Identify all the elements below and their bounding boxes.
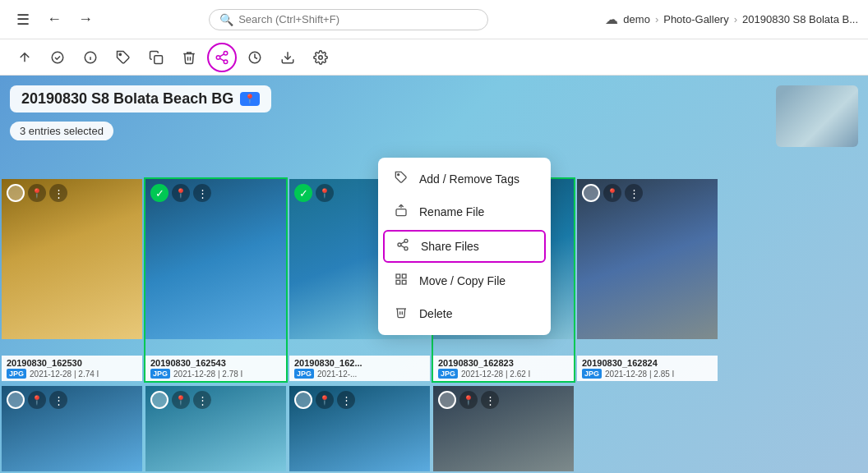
history-button[interactable] (240, 43, 270, 72)
svg-rect-26 (402, 280, 406, 284)
thumb-1-more[interactable]: ⋮ (49, 184, 67, 202)
thumb-2-meta: JPG 2021-12-28 | 2.78 I (150, 369, 281, 379)
thumb-2-checkbox[interactable]: ✓ (150, 184, 169, 202)
svg-rect-27 (396, 280, 400, 284)
thumb-2-type: JPG (150, 369, 170, 379)
corner-thumb-image (776, 85, 858, 147)
r2-thumb-1-checkbox[interactable] (7, 391, 25, 409)
thumb-cell-5[interactable]: 📍 ⋮ 20190830_162824 JPG 2021-12-28 | 2.8… (575, 177, 719, 383)
share-menu-icon (395, 238, 411, 255)
copy-button[interactable] (141, 43, 171, 72)
thumb-3-name: 20190830_162... (294, 358, 425, 368)
nav-bar: ☰ ← → 🔍 ☁ demo › Photo-Gallery › 2019083… (0, 0, 868, 39)
info-button[interactable] (76, 43, 105, 72)
r2-thumb-3-location[interactable]: 📍 (316, 391, 334, 409)
breadcrumb-album[interactable]: 20190830 S8 Bolata B... (742, 13, 858, 25)
r2-thumb-2-more[interactable]: ⋮ (193, 391, 211, 409)
menu-item-share-files[interactable]: Share Files (383, 230, 546, 263)
delete-button[interactable] (174, 43, 204, 72)
thumb-2-location[interactable]: 📍 (172, 184, 190, 202)
thumb-2-actions: ✓ 📍 ⋮ (150, 184, 211, 202)
context-menu: Add / Remove Tags Rename File Share File… (378, 158, 551, 335)
search-icon: 🔍 (219, 13, 233, 26)
search-input[interactable] (238, 13, 478, 25)
tag-menu-icon (393, 171, 409, 187)
thumb-2-footer: 20190830_162543 JPG 2021-12-28 | 2.78 I (145, 356, 286, 381)
thumb-cell-2[interactable]: ✓ 📍 ⋮ 20190830_162543 JPG 2021-12-28 | 2… (144, 177, 288, 383)
delete-menu-icon (393, 305, 409, 322)
thumb-3-type: JPG (294, 369, 314, 379)
thumb-5-actions: 📍 ⋮ (582, 184, 643, 202)
thumb-1-name: 20190830_162530 (7, 358, 137, 368)
breadcrumb: ☁ demo › Photo-Gallery › 20190830 S8 Bol… (605, 11, 858, 27)
album-title-area: 20190830 S8 Bolata Beach BG 📍 (10, 85, 271, 113)
thumb-5-name: 20190830_162824 (582, 358, 713, 368)
svg-point-21 (404, 247, 408, 250)
thumb-4-name: 20190830_162823 (438, 358, 569, 368)
r2-thumb-4-checkbox[interactable] (438, 391, 456, 409)
back-button[interactable]: ← (41, 7, 67, 33)
share-button[interactable] (207, 43, 237, 72)
rename-menu-icon (393, 204, 409, 220)
thumb-row2-cell-1[interactable]: 📍 ⋮ (0, 384, 144, 473)
move-menu-icon (393, 273, 409, 289)
svg-line-9 (219, 58, 224, 61)
svg-rect-5 (155, 55, 163, 63)
menu-label-rename-file: Rename File (419, 205, 484, 218)
thumb-2-more[interactable]: ⋮ (193, 184, 211, 202)
thumb-row-2: 📍 ⋮ 📍 ⋮ 📍 ⋮ 📍 ⋮ (0, 384, 868, 473)
location-icon: 📍 (244, 94, 256, 104)
thumb-5-location[interactable]: 📍 (603, 184, 621, 202)
nav-left: ☰ ← → (10, 7, 99, 33)
thumb-3-location[interactable]: 📍 (316, 184, 334, 202)
r2-thumb-4-actions: 📍 ⋮ (438, 391, 499, 409)
thumb-3-checkbox[interactable]: ✓ (294, 184, 312, 202)
thumb-cell-1[interactable]: 📍 ⋮ 20190830_162530 JPG 2021-12-28 | 2.7… (0, 177, 144, 383)
tag-button[interactable] (108, 43, 138, 72)
menu-item-move-copy-file[interactable]: Move / Copy File (378, 264, 551, 297)
breadcrumb-gallery[interactable]: Photo-Gallery (663, 13, 728, 25)
thumb-1-checkbox[interactable] (7, 184, 25, 202)
r2-thumb-1-more[interactable]: ⋮ (49, 391, 67, 409)
upload-button[interactable] (10, 43, 39, 72)
entries-count: 3 entries selected (20, 125, 104, 137)
r2-thumb-2-checkbox[interactable] (150, 391, 169, 409)
r2-thumb-3-more[interactable]: ⋮ (337, 391, 355, 409)
r2-thumb-3-actions: 📍 ⋮ (294, 391, 355, 409)
menu-item-add-remove-tags[interactable]: Add / Remove Tags (378, 163, 551, 195)
menu-label-delete: Delete (419, 307, 452, 320)
select-button[interactable] (43, 43, 72, 72)
hamburger-button[interactable]: ☰ (10, 7, 36, 33)
breadcrumb-demo[interactable]: demo (623, 13, 650, 25)
menu-item-delete[interactable]: Delete (378, 297, 551, 330)
menu-label-share-files: Share Files (421, 240, 479, 253)
thumb-1-location[interactable]: 📍 (28, 184, 46, 202)
r2-thumb-2-actions: 📍 ⋮ (150, 391, 211, 409)
svg-point-20 (398, 243, 401, 246)
thumb-1-actions: 📍 ⋮ (7, 184, 67, 202)
thumb-3-actions: ✓ 📍 (294, 184, 334, 202)
thumb-row2-cell-2[interactable]: 📍 ⋮ (144, 384, 288, 473)
thumb-2-name: 20190830_162543 (150, 358, 281, 368)
thumb-3-meta: JPG 2021-12-... (294, 369, 425, 379)
thumb-4-footer: 20190830_162823 JPG 2021-12-28 | 2.62 I (433, 356, 574, 381)
download-button[interactable] (273, 43, 302, 72)
svg-line-10 (219, 53, 224, 56)
settings-button[interactable] (306, 43, 335, 72)
thumb-4-type: JPG (438, 369, 458, 379)
corner-thumbnail (776, 85, 858, 147)
r2-thumb-4-more[interactable]: ⋮ (481, 391, 499, 409)
thumb-5-more[interactable]: ⋮ (625, 184, 643, 202)
r2-thumb-3-checkbox[interactable] (294, 391, 312, 409)
thumb-5-checkbox[interactable] (582, 184, 600, 202)
album-title-box: 20190830 S8 Bolata Beach BG 📍 (10, 85, 271, 113)
menu-item-rename-file[interactable]: Rename File (378, 195, 551, 228)
forward-button[interactable]: → (72, 7, 99, 33)
thumb-row2-cell-3[interactable]: 📍 ⋮ (288, 384, 432, 473)
r2-thumb-4-location[interactable]: 📍 (459, 391, 478, 409)
thumb-row2-cell-4[interactable]: 📍 ⋮ (432, 384, 575, 473)
r2-thumb-2-location[interactable]: 📍 (172, 391, 190, 409)
search-bar[interactable]: 🔍 (209, 9, 488, 30)
r2-thumb-1-location[interactable]: 📍 (28, 391, 46, 409)
svg-rect-25 (402, 274, 406, 278)
